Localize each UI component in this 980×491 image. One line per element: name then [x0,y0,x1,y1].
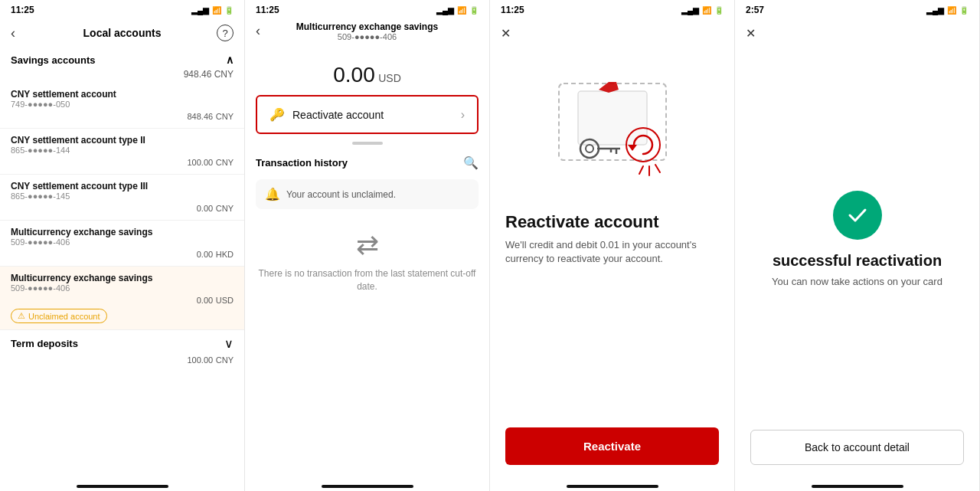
back-button-2[interactable]: ‹ [256,23,260,39]
success-title: successful reactivation [773,252,942,270]
account-balance-4: 0.00 USD [11,294,234,306]
home-indicator-1 [0,480,244,491]
checkmark-icon [845,203,870,227]
status-bar-3: 11:25 ▂▄▆ 📶 🔋 [490,0,734,18]
status-icons-2: ▂▄▆ 📶 🔋 [436,6,479,15]
account-balance-1: 100.00 CNY [11,156,234,168]
unclaimed-label: Unclaimed account [28,312,100,321]
savings-label: Savings accounts [11,54,96,66]
account-number-0: 749-●●●●●-050 [11,100,234,109]
svg-rect-1 [578,91,647,145]
term-deposits-label: Term deposits [11,338,78,349]
account-item-multi-usd[interactable]: Multicurrency exchange savings 509-●●●●●… [0,267,244,330]
signal-icon-4: ▂▄▆ [926,6,944,15]
nav-bar-4: ✕ [735,18,979,47]
wifi-icon-3: 📶 [702,6,711,15]
status-time-1: 11:25 [11,5,34,15]
battery-icon-3: 🔋 [714,6,724,15]
unclaimed-badge: ⚠ Unclaimed account [11,309,107,323]
unclaimed-notice: 🔔 Your account is unclaimed. [256,179,479,209]
panel-success: 2:57 ▂▄▆ 📶 🔋 ✕ successful reactivation Y… [735,0,980,491]
battery-icon-2: 🔋 [469,6,479,15]
account-item-cny-3[interactable]: CNY settlement account type III 865-●●●●… [0,175,244,221]
wifi-icon: 📶 [212,6,221,15]
back-button-1[interactable]: ‹ [11,25,15,41]
account-name-0: CNY settlement account [11,89,234,100]
search-icon[interactable]: 🔍 [463,155,479,170]
account-item-multi-hkd[interactable]: Multicurrency exchange savings 509-●●●●●… [0,221,244,267]
account-number-1: 865-●●●●●-144 [11,146,234,155]
success-area: successful reactivation You can now take… [735,47,979,430]
savings-chevron[interactable]: ∧ [226,54,234,66]
nav-title-2: Multicurrency exchange savings [296,21,438,32]
account-item-cny-2[interactable]: CNY settlement account type II 865-●●●●●… [0,129,244,175]
panel-reactivate-confirm: 11:25 ▂▄▆ 📶 🔋 ✕ [490,0,735,491]
svg-line-12 [655,165,660,172]
term-chevron[interactable]: ∨ [224,336,234,351]
nav-bar-2: ‹ Multicurrency exchange savings 509-●●●… [245,18,489,47]
account-balance-3: 0.00 HKD [11,248,234,260]
home-indicator-2 [245,480,489,491]
divider-pill [352,142,383,145]
term-row[interactable]: Term deposits ∨ [11,336,234,351]
status-time-4: 2:57 [746,5,764,15]
back-to-account-button[interactable]: Back to account detail [750,430,964,465]
svg-marker-9 [628,145,637,151]
balance-area: 0.00 USD [245,47,489,95]
signal-icon-2: ▂▄▆ [436,6,454,15]
nav-subtitle-2: 509-●●●●●-406 [296,32,438,41]
reactivate-title: Reactivate account [505,212,719,232]
nav-bar-1: ‹ Local accounts ? [0,18,244,47]
reactivate-info: Reactivate account We'll credit and debi… [490,212,734,278]
wifi-icon-4: 📶 [947,6,956,15]
illustration-area [490,47,734,212]
success-description: You can now take actions on your card [772,276,942,287]
status-time-3: 11:25 [501,5,524,15]
chevron-right-icon: › [461,108,465,122]
account-name-4: Multicurrency exchange savings [11,273,234,283]
unclaimed-notice-text: Your account is unclaimed. [286,189,396,200]
no-tx-text: There is no transaction from the last st… [256,267,479,293]
account-number-3: 509-●●●●●-406 [11,237,234,247]
term-deposits-balance: 100.00 CNY [11,354,234,365]
reactivate-description: We'll credit and debit 0.01 in your acco… [505,238,719,266]
home-indicator-3 [490,480,734,491]
signal-icon-3: ▂▄▆ [681,6,699,15]
savings-total: 948.46 CNY [0,69,244,83]
svg-line-10 [639,166,643,174]
status-time-2: 11:25 [256,5,279,15]
battery-icon: 🔋 [224,6,234,15]
bell-icon: 🔔 [265,187,280,201]
reactivate-submit-button[interactable]: Reactivate [505,427,719,465]
status-bar-2: 11:25 ▂▄▆ 📶 🔋 [245,0,489,18]
account-balance-0: 848.46 CNY [11,110,234,122]
help-button-1[interactable]: ? [217,25,234,41]
svg-point-4 [586,145,593,152]
reactivate-btn-label: Reactivate account [292,109,384,121]
key-icon: 🔑 [270,107,285,122]
account-name-2: CNY settlement account type III [11,181,234,191]
reactivate-account-button[interactable]: 🔑 Reactivate account › [256,95,479,134]
panel-account-detail: 11:25 ▂▄▆ 📶 🔋 ‹ Multicurrency exchange s… [245,0,490,491]
account-name-3: Multicurrency exchange savings [11,227,234,237]
reactivate-illustration [536,68,689,191]
battery-icon-4: 🔋 [959,6,969,15]
signal-icon: ▂▄▆ [191,6,209,15]
no-tx-area: ⇄ There is no transaction from the last … [245,214,489,309]
account-number-4: 509-●●●●●-406 [11,283,234,293]
success-icon [833,191,882,240]
tx-history-header: Transaction history 🔍 [245,151,489,175]
status-icons-3: ▂▄▆ 📶 🔋 [681,6,724,15]
wifi-icon-2: 📶 [457,6,466,15]
warning-icon: ⚠ [18,311,25,321]
close-button-4[interactable]: ✕ [746,26,756,41]
account-balance-2: 0.00 CNY [11,202,234,214]
close-button-3[interactable]: ✕ [501,26,511,41]
account-item-cny-1[interactable]: CNY settlement account 749-●●●●●-050 848… [0,83,244,129]
status-icons-4: ▂▄▆ 📶 🔋 [926,6,969,15]
nav-title-1: Local accounts [83,27,162,39]
status-bar-4: 2:57 ▂▄▆ 📶 🔋 [735,0,979,18]
balance-amount: 0.00 [333,63,375,87]
account-name-1: CNY settlement account type II [11,135,234,146]
tx-history-label: Transaction history [256,157,348,169]
